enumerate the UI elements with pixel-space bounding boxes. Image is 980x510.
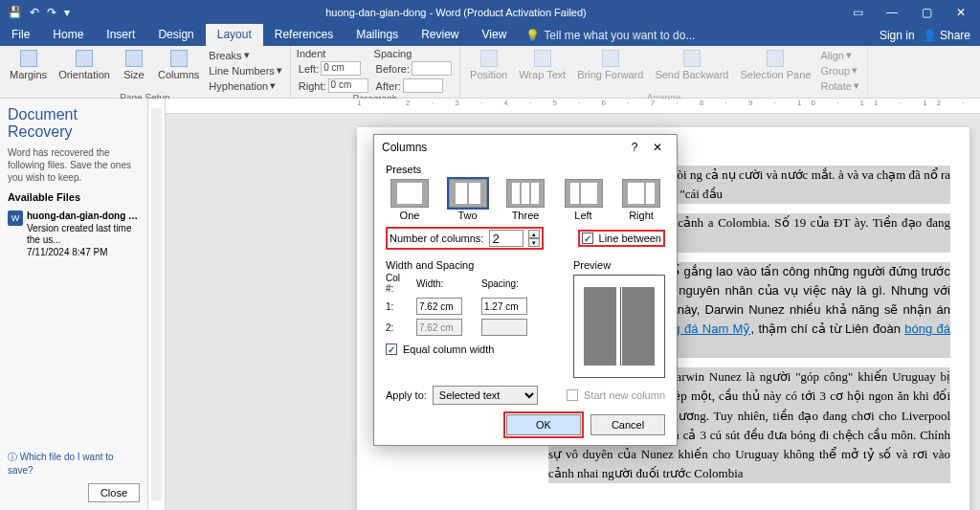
send-backward-button: Send Backward [651,48,732,82]
spacing-label: Spacing [374,48,454,59]
maximize-icon[interactable]: ▢ [911,6,942,19]
file-version: Version created last time the us... [27,223,140,247]
size-button[interactable]: Size [118,48,150,82]
preview-label: Preview [573,259,665,271]
presets-label: Presets [386,164,665,175]
cancel-button[interactable]: Cancel [590,414,665,435]
spacing-header: Spacing: [481,278,539,289]
tab-review[interactable]: Review [410,24,470,46]
apply-to-label: Apply to: [386,389,427,401]
group-paragraph: Indent Left:0 cm Right:0 cm Spacing Befo… [291,46,460,98]
file-timestamp: 7/11/2024 8:47 PM [27,247,140,259]
breaks-button[interactable]: Breaks ▾ [207,48,283,62]
bring-forward-button: Bring Forward [573,48,647,82]
which-file-link[interactable]: ⓘ Which file do I want to save? [8,452,114,476]
group-page-setup: Margins Orientation Size Columns Breaks … [0,46,291,98]
close-icon[interactable]: ✕ [946,6,976,19]
save-icon[interactable]: 💾 [8,6,22,19]
dialog-close-icon[interactable]: ✕ [646,141,669,154]
selection-pane-button[interactable]: Selection Pane [736,48,814,82]
close-button[interactable]: Close [88,483,140,502]
ribbon-layout: Margins Orientation Size Columns Breaks … [0,46,980,99]
indent-right[interactable]: Right:0 cm [297,78,370,94]
col-2-spacing [481,319,527,336]
width-header: Width: [416,278,474,289]
line-numbers-button[interactable]: Line Numbers ▾ [207,63,283,78]
number-of-columns-highlight: Number of columns: ▴▾ [386,227,544,250]
window-title: huong-dan-gian-dong - Word (Product Acti… [70,7,842,18]
col-1-width[interactable] [416,298,462,315]
col-header: Col #: [386,273,409,294]
spacing-before[interactable]: Before: [374,60,454,77]
preset-left[interactable]: Left [560,179,608,221]
col-1-spacing[interactable] [481,298,527,315]
file-name: huong-dan-gian-dong [O... [27,211,140,223]
group-button: Group ▾ [818,63,860,78]
line-between-label: Line between [599,233,661,244]
spacing-after[interactable]: After: [374,78,454,94]
rotate-button: Rotate ▾ [818,78,860,93]
tab-view[interactable]: View [471,24,519,46]
document-recovery-pane: Document Recovery Word has recovered the… [0,99,148,510]
quick-access-toolbar: 💾 ↶ ↷ ▾ [0,6,70,19]
line-between-highlight: Line between [578,230,665,247]
num-columns-input[interactable] [489,230,523,247]
wrap-text-button: Wrap Text [515,48,569,82]
preset-right[interactable]: Right [617,179,665,221]
apply-to-select[interactable]: Selected text [433,386,538,405]
title-bar: 💾 ↶ ↷ ▾ huong-dan-gian-dong - Word (Prod… [0,0,980,24]
tab-file[interactable]: File [0,24,41,46]
preset-three[interactable]: Three [501,179,549,221]
tell-me-text: Tell me what you want to do... [544,29,695,42]
num-columns-label: Number of columns: [390,233,483,244]
dialog-title: Columns [382,141,623,154]
hyperlink[interactable]: bóng đá [904,322,950,336]
tell-me[interactable]: 💡 Tell me what you want to do... [525,29,695,42]
recovery-title: Document Recovery [8,106,140,141]
tab-layout[interactable]: Layout [206,24,263,46]
help-icon[interactable]: ? [623,141,646,154]
width-spacing-label: Width and Spacing [386,259,562,271]
columns-dialog: Columns ? ✕ Presets One Two Three Left R… [373,134,678,446]
spin-down-icon[interactable]: ▾ [528,238,540,247]
undo-icon[interactable]: ↶ [30,6,39,19]
col-2-width [416,319,462,336]
recovered-file-item[interactable]: W huong-dan-gian-dong [O... Version crea… [8,207,140,262]
columns-preview [573,275,665,378]
dialog-titlebar: Columns ? ✕ [374,135,677,160]
recovery-desc: Word has recovered the following files. … [8,146,140,184]
minimize-icon[interactable]: — [877,6,907,19]
tab-home[interactable]: Home [41,24,95,46]
ok-button[interactable]: OK [506,414,581,435]
tab-mailings[interactable]: Mailings [345,24,410,46]
horizontal-ruler[interactable]: 1 · 2 · 3 · 4 · 5 · 6 · 7 · 8 · 9 · 10 ·… [166,99,980,114]
ribbon-display-icon[interactable]: ▭ [842,6,873,19]
hyphenation-button[interactable]: Hyphenation ▾ [207,78,283,93]
redo-icon[interactable]: ↷ [47,6,56,19]
equal-width-label: Equal column width [403,344,494,355]
tab-design[interactable]: Design [146,24,205,46]
line-between-checkbox[interactable] [582,233,593,244]
tab-insert[interactable]: Insert [95,24,146,46]
start-new-column-label: Start new column [584,389,665,401]
tab-references[interactable]: References [263,24,345,46]
preset-two[interactable]: Two [444,179,492,221]
word-doc-icon: W [8,211,23,226]
position-button: Position [466,48,511,82]
columns-button[interactable]: Columns [154,48,203,82]
group-arrange: Position Wrap Text Bring Forward Send Ba… [460,46,868,98]
equal-width-checkbox[interactable] [386,344,397,355]
spin-up-icon[interactable]: ▴ [528,230,540,238]
column-presets: One Two Three Left Right [386,179,665,221]
preset-one[interactable]: One [386,179,434,221]
sign-in-link[interactable]: Sign in [880,29,915,42]
start-new-column-checkbox [567,389,578,401]
align-button: Align ▾ [818,48,860,62]
col-2-label: 2: [386,322,409,333]
vertical-ruler[interactable] [148,99,166,510]
indent-left[interactable]: Left:0 cm [297,60,370,77]
window-controls: ▭ — ▢ ✕ [842,6,980,19]
margins-button[interactable]: Margins [6,48,51,82]
share-button[interactable]: 👤 Share [923,29,970,42]
orientation-button[interactable]: Orientation [55,48,114,82]
